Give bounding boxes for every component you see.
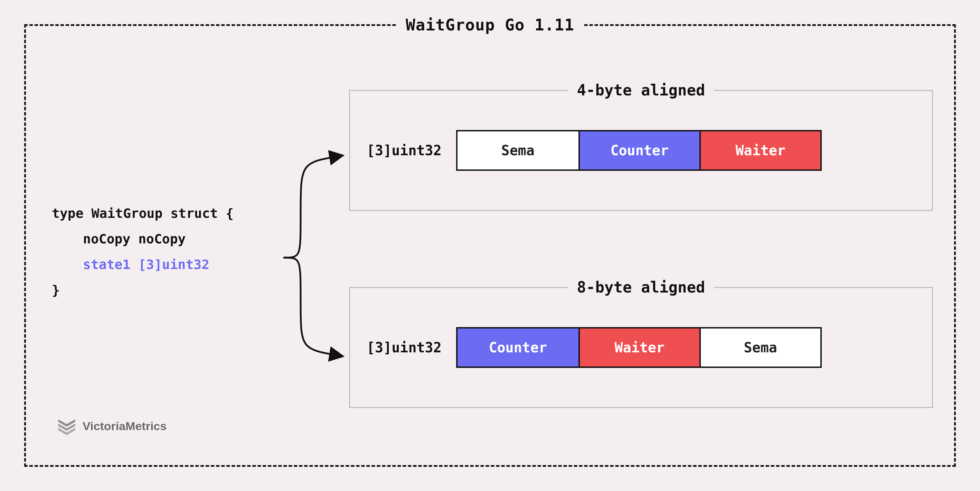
code-line-1: type WaitGroup struct {	[52, 206, 234, 221]
code-line-3-highlight: state1 [3]uint32	[52, 252, 234, 277]
cell-sema: Sema	[699, 328, 820, 367]
cells-8byte: Counter Waiter Sema	[456, 327, 822, 368]
diagram-canvas: WaitGroup Go 1.11 type WaitGroup struct …	[0, 0, 980, 491]
logo: VictoriaMetrics	[57, 416, 167, 436]
group-8byte: 8-byte aligned [3]uint32 Counter Waiter …	[349, 287, 933, 408]
array-label-4byte: [3]uint32	[367, 142, 442, 158]
logo-text: VictoriaMetrics	[83, 419, 167, 433]
victoriametrics-icon	[57, 416, 76, 436]
array-label-8byte: [3]uint32	[367, 340, 442, 355]
cell-waiter: Waiter	[699, 131, 820, 169]
cell-counter: Counter	[458, 328, 579, 367]
cell-waiter: Waiter	[579, 328, 699, 367]
code-line-2: noCopy noCopy	[52, 226, 234, 252]
cells-4byte: Sema Counter Waiter	[456, 130, 822, 171]
code-block: type WaitGroup struct { noCopy noCopy st…	[52, 201, 234, 303]
diagram-title: WaitGroup Go 1.11	[396, 16, 584, 34]
cell-sema: Sema	[458, 131, 579, 169]
cell-counter: Counter	[579, 131, 699, 169]
code-line-4: }	[52, 282, 60, 298]
group-4byte: 4-byte aligned [3]uint32 Sema Counter Wa…	[349, 90, 933, 211]
